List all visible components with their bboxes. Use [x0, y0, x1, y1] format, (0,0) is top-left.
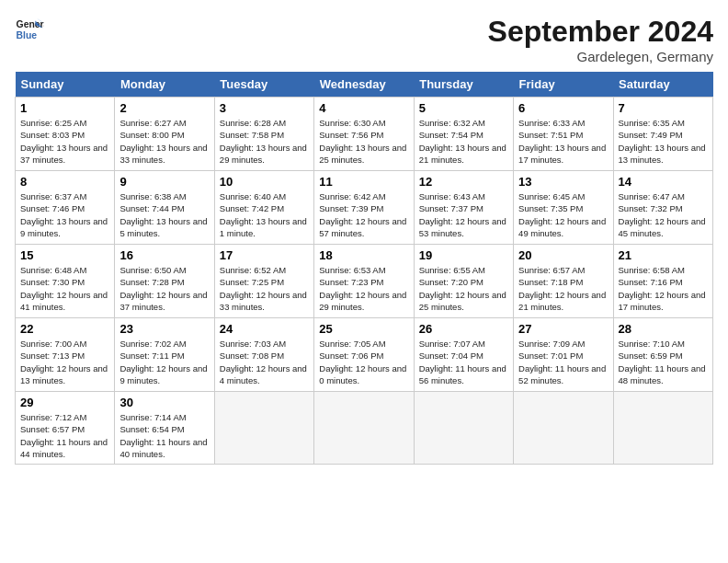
weekday-header: Sunday: [16, 72, 115, 98]
day-detail: Sunrise: 6:30 AMSunset: 7:56 PMDaylight:…: [319, 117, 408, 166]
day-detail: Sunrise: 6:32 AMSunset: 7:54 PMDaylight:…: [419, 117, 508, 166]
day-number: 4: [319, 101, 408, 115]
calendar-day: 8Sunrise: 6:37 AMSunset: 7:46 PMDaylight…: [16, 171, 115, 245]
calendar-week: 15Sunrise: 6:48 AMSunset: 7:30 PMDayligh…: [16, 245, 713, 318]
calendar-day: 2Sunrise: 6:27 AMSunset: 8:00 PMDaylight…: [115, 98, 214, 171]
calendar-day: 15Sunrise: 6:48 AMSunset: 7:30 PMDayligh…: [16, 245, 115, 318]
calendar-day: 20Sunrise: 6:57 AMSunset: 7:18 PMDayligh…: [514, 245, 613, 318]
day-detail: Sunrise: 6:53 AMSunset: 7:23 PMDaylight:…: [319, 264, 408, 313]
day-number: 25: [319, 322, 408, 336]
calendar-day: 11Sunrise: 6:42 AMSunset: 7:39 PMDayligh…: [314, 171, 414, 245]
day-number: 21: [619, 248, 708, 262]
day-detail: Sunrise: 6:43 AMSunset: 7:37 PMDaylight:…: [419, 190, 508, 239]
day-detail: Sunrise: 6:47 AMSunset: 7:32 PMDaylight:…: [619, 190, 708, 239]
calendar-day: 28Sunrise: 7:10 AMSunset: 6:59 PMDayligh…: [613, 318, 712, 392]
day-number: 16: [119, 248, 209, 262]
day-detail: Sunrise: 7:12 AMSunset: 6:57 PMDaylight:…: [20, 411, 109, 460]
calendar-day: 3Sunrise: 6:28 AMSunset: 7:58 PMDaylight…: [214, 98, 313, 171]
day-detail: Sunrise: 6:52 AMSunset: 7:25 PMDaylight:…: [220, 264, 309, 313]
day-detail: Sunrise: 7:07 AMSunset: 7:04 PMDaylight:…: [419, 338, 508, 386]
month-title: September 2024: [488, 15, 713, 49]
calendar-table: SundayMondayTuesdayWednesdayThursdayFrid…: [15, 72, 713, 465]
weekday-header: Tuesday: [214, 72, 313, 98]
calendar-week: 29Sunrise: 7:12 AMSunset: 6:57 PMDayligh…: [16, 392, 713, 465]
logo: General Blue: [15, 15, 48, 44]
day-detail: Sunrise: 6:28 AMSunset: 7:58 PMDaylight:…: [220, 117, 309, 166]
calendar-day: 12Sunrise: 6:43 AMSunset: 7:37 PMDayligh…: [414, 171, 513, 245]
day-number: 7: [619, 101, 708, 115]
day-detail: Sunrise: 6:58 AMSunset: 7:16 PMDaylight:…: [619, 264, 708, 313]
day-number: 3: [220, 101, 309, 115]
calendar-day: 27Sunrise: 7:09 AMSunset: 7:01 PMDayligh…: [514, 318, 613, 392]
calendar-day: 21Sunrise: 6:58 AMSunset: 7:16 PMDayligh…: [613, 245, 712, 318]
day-number: 6: [518, 101, 608, 115]
weekday-header: Monday: [115, 72, 214, 98]
day-detail: Sunrise: 7:05 AMSunset: 7:06 PMDaylight:…: [319, 338, 408, 386]
title-area: September 2024 Gardelegen, Germany: [488, 15, 713, 64]
day-number: 10: [220, 175, 309, 189]
location: Gardelegen, Germany: [488, 49, 713, 64]
calendar-day: 17Sunrise: 6:52 AMSunset: 7:25 PMDayligh…: [214, 245, 313, 318]
calendar-day: 16Sunrise: 6:50 AMSunset: 7:28 PMDayligh…: [115, 245, 214, 318]
day-number: 9: [119, 175, 209, 189]
calendar-day: [613, 392, 712, 465]
day-detail: Sunrise: 6:57 AMSunset: 7:18 PMDaylight:…: [518, 264, 608, 313]
calendar-week: 8Sunrise: 6:37 AMSunset: 7:46 PMDaylight…: [16, 171, 713, 245]
day-number: 24: [220, 322, 309, 336]
svg-text:Blue: Blue: [17, 30, 38, 40]
day-detail: Sunrise: 7:10 AMSunset: 6:59 PMDaylight:…: [619, 338, 708, 386]
calendar-day: 4Sunrise: 6:30 AMSunset: 7:56 PMDaylight…: [314, 98, 414, 171]
day-number: 18: [319, 248, 408, 262]
calendar-day: [514, 392, 613, 465]
day-number: 5: [419, 101, 508, 115]
day-detail: Sunrise: 6:55 AMSunset: 7:20 PMDaylight:…: [419, 264, 508, 313]
weekday-header: Wednesday: [314, 72, 414, 98]
calendar-day: 10Sunrise: 6:40 AMSunset: 7:42 PMDayligh…: [214, 171, 313, 245]
day-detail: Sunrise: 7:00 AMSunset: 7:13 PMDaylight:…: [20, 338, 109, 386]
day-number: 1: [20, 101, 109, 115]
day-number: 20: [518, 248, 608, 262]
day-detail: Sunrise: 6:50 AMSunset: 7:28 PMDaylight:…: [119, 264, 209, 313]
calendar-day: 18Sunrise: 6:53 AMSunset: 7:23 PMDayligh…: [314, 245, 414, 318]
day-detail: Sunrise: 6:33 AMSunset: 7:51 PMDaylight:…: [518, 117, 608, 166]
day-detail: Sunrise: 6:40 AMSunset: 7:42 PMDaylight:…: [220, 190, 309, 239]
day-number: 11: [319, 175, 408, 189]
calendar-day: 24Sunrise: 7:03 AMSunset: 7:08 PMDayligh…: [214, 318, 313, 392]
logo-icon: General Blue: [15, 15, 44, 44]
calendar-day: [314, 392, 414, 465]
day-number: 2: [119, 101, 209, 115]
day-number: 27: [518, 322, 608, 336]
day-number: 12: [419, 175, 508, 189]
page-header: General Blue September 2024 Gardelegen, …: [15, 15, 713, 64]
day-number: 13: [518, 175, 608, 189]
day-number: 8: [20, 175, 109, 189]
calendar-body: 1Sunrise: 6:25 AMSunset: 8:03 PMDaylight…: [16, 98, 713, 465]
calendar-day: 13Sunrise: 6:45 AMSunset: 7:35 PMDayligh…: [514, 171, 613, 245]
day-detail: Sunrise: 6:27 AMSunset: 8:00 PMDaylight:…: [119, 117, 209, 166]
day-detail: Sunrise: 6:48 AMSunset: 7:30 PMDaylight:…: [20, 264, 109, 313]
day-detail: Sunrise: 6:25 AMSunset: 8:03 PMDaylight:…: [20, 117, 109, 166]
weekday-header: Saturday: [613, 72, 712, 98]
calendar-day: 5Sunrise: 6:32 AMSunset: 7:54 PMDaylight…: [414, 98, 513, 171]
day-detail: Sunrise: 6:37 AMSunset: 7:46 PMDaylight:…: [20, 190, 109, 239]
day-detail: Sunrise: 6:35 AMSunset: 7:49 PMDaylight:…: [619, 117, 708, 166]
calendar-header: SundayMondayTuesdayWednesdayThursdayFrid…: [16, 72, 713, 98]
day-number: 29: [20, 396, 109, 409]
calendar-day: 9Sunrise: 6:38 AMSunset: 7:44 PMDaylight…: [115, 171, 214, 245]
day-number: 26: [419, 322, 508, 336]
calendar-day: 7Sunrise: 6:35 AMSunset: 7:49 PMDaylight…: [613, 98, 712, 171]
calendar-day: 14Sunrise: 6:47 AMSunset: 7:32 PMDayligh…: [613, 171, 712, 245]
day-number: 17: [220, 248, 309, 262]
day-detail: Sunrise: 7:09 AMSunset: 7:01 PMDaylight:…: [518, 338, 608, 386]
calendar-week: 22Sunrise: 7:00 AMSunset: 7:13 PMDayligh…: [16, 318, 713, 392]
day-detail: Sunrise: 7:03 AMSunset: 7:08 PMDaylight:…: [220, 338, 309, 386]
day-number: 28: [619, 322, 708, 336]
day-detail: Sunrise: 6:42 AMSunset: 7:39 PMDaylight:…: [319, 190, 408, 239]
calendar-day: 26Sunrise: 7:07 AMSunset: 7:04 PMDayligh…: [414, 318, 513, 392]
day-number: 30: [119, 396, 209, 409]
calendar-day: [214, 392, 313, 465]
day-detail: Sunrise: 6:38 AMSunset: 7:44 PMDaylight:…: [119, 190, 209, 239]
day-number: 14: [619, 175, 708, 189]
calendar-week: 1Sunrise: 6:25 AMSunset: 8:03 PMDaylight…: [16, 98, 713, 171]
calendar-day: [414, 392, 513, 465]
